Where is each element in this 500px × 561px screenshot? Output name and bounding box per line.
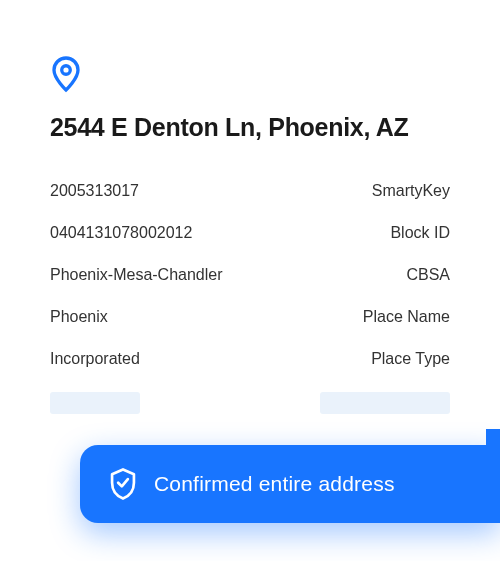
- shield-check-icon: [108, 467, 138, 501]
- detail-value: 0404131078002012: [50, 224, 192, 242]
- detail-value: Incorporated: [50, 350, 140, 368]
- detail-row: 2005313017 SmartyKey: [50, 182, 450, 200]
- address-title: 2544 E Denton Ln, Phoenix, AZ: [50, 113, 450, 142]
- detail-label: Place Type: [371, 350, 450, 368]
- placeholder-skeleton: [320, 392, 450, 414]
- detail-value: Phoenix: [50, 308, 108, 326]
- placeholder-row: [50, 392, 450, 414]
- detail-value: 2005313017: [50, 182, 139, 200]
- detail-row: 0404131078002012 Block ID: [50, 224, 450, 242]
- detail-label: Block ID: [390, 224, 450, 242]
- detail-row: Phoenix-Mesa-Chandler CBSA: [50, 266, 450, 284]
- placeholder-skeleton: [50, 392, 140, 414]
- location-pin-icon: [50, 55, 450, 93]
- detail-label: SmartyKey: [372, 182, 450, 200]
- detail-label: Place Name: [363, 308, 450, 326]
- detail-value: Phoenix-Mesa-Chandler: [50, 266, 223, 284]
- svg-point-0: [62, 66, 71, 75]
- confirmation-text: Confirmed entire address: [154, 472, 395, 496]
- detail-label: CBSA: [406, 266, 450, 284]
- detail-row: Incorporated Place Type: [50, 350, 450, 368]
- detail-row: Phoenix Place Name: [50, 308, 450, 326]
- address-card: 2544 E Denton Ln, Phoenix, AZ 2005313017…: [0, 0, 500, 414]
- confirmation-banner: Confirmed entire address: [80, 445, 500, 523]
